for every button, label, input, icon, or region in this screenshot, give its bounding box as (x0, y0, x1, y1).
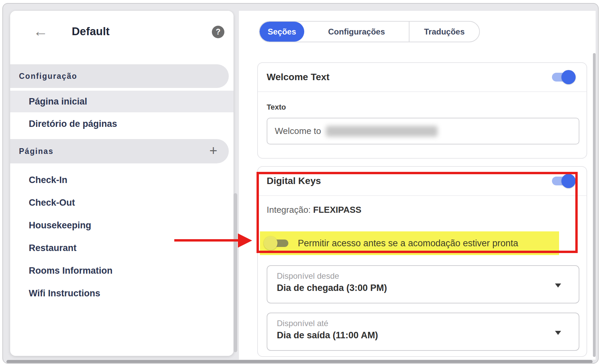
dropdown-label: Disponível desde (277, 271, 339, 281)
dropdown-value: Dia de chegada (3:00 PM) (277, 283, 387, 293)
sidebar-item-check-out[interactable]: Check-Out (10, 192, 234, 213)
sidebar-section-label: Configuração (19, 72, 77, 81)
tab-bar: Seções Configurações Traduções (259, 21, 480, 42)
chevron-down-icon (555, 331, 561, 335)
welcome-text-title: Welcome Text (267, 72, 330, 83)
sidebar-item-housekeeping[interactable]: Housekeeping (10, 214, 234, 236)
tab-traducoes[interactable]: Traduções (409, 22, 479, 42)
sidebar-scrollbar[interactable] (234, 193, 237, 352)
sidebar-section-configuracao: Configuração (10, 64, 229, 88)
dropdown-label: Disponível até (277, 319, 328, 328)
sidebar-item-label: Wifi Instructions (29, 288, 100, 299)
sidebar-item-rooms-information[interactable]: Rooms Information (10, 260, 234, 281)
sidebar-title: Default (72, 25, 110, 38)
integration-label: Integração: (267, 205, 311, 215)
integration-value: FLEXIPASS (313, 205, 361, 215)
early-access-toggle[interactable] (265, 240, 288, 247)
welcome-text-input[interactable]: Welcome to (267, 118, 579, 144)
main-scrollbar[interactable] (593, 53, 596, 357)
welcome-text-header: Welcome Text (258, 63, 586, 92)
toggle-knob (561, 174, 576, 188)
digital-keys-header: Digital Keys (258, 167, 586, 196)
main-panel: Seções Configurações Traduções Welcome T… (239, 11, 596, 360)
early-access-label: Permitir acesso antes se a acomodação es… (298, 238, 518, 249)
available-until-dropdown[interactable]: Disponível até Dia de saída (11:00 AM) (267, 313, 579, 351)
sidebar-item-label: Housekeeping (29, 220, 91, 231)
sidebar-section-label: Páginas (19, 147, 53, 156)
texto-field-label: Texto (267, 103, 286, 112)
plus-icon[interactable]: + (209, 144, 217, 157)
back-arrow-icon[interactable]: ← (33, 24, 48, 39)
redacted-text (326, 126, 438, 137)
digital-keys-toggle[interactable] (552, 177, 574, 185)
annotation-arrow (174, 239, 239, 242)
sidebar-item-label: Check-In (29, 175, 67, 185)
toggle-knob (561, 70, 576, 84)
sidebar-item-label: Restaurant (29, 243, 76, 253)
tab-configuracoes[interactable]: Configurações (304, 22, 409, 42)
digital-keys-title: Digital Keys (267, 176, 321, 186)
help-icon[interactable]: ? (212, 26, 224, 38)
chevron-down-icon (555, 283, 561, 288)
screenshot-stage: ← Default ? Configuração Página inicial … (0, 0, 599, 364)
sidebar-item-wifi-instructions[interactable]: Wifi Instructions (10, 282, 234, 304)
available-from-dropdown[interactable]: Disponível desde Dia de chegada (3:00 PM… (267, 265, 579, 303)
digital-keys-card: Digital Keys Integração: FLEXIPASS Permi… (257, 166, 587, 357)
annotation-arrow-head-icon (238, 233, 252, 248)
welcome-text-card: Welcome Text Texto Welcome to (257, 62, 587, 159)
toggle-knob (264, 236, 278, 250)
dropdown-value: Dia de saída (11:00 AM) (277, 330, 378, 341)
sidebar-item-label: Check-Out (29, 198, 75, 208)
sidebar-item-label: Página inicial (29, 96, 87, 107)
sidebar-item-label: Rooms Information (29, 266, 113, 276)
integration-row: Integração: FLEXIPASS (267, 205, 361, 215)
sidebar-item-label: Diretório de páginas (29, 119, 117, 129)
sidebar-item-check-in[interactable]: Check-In (10, 169, 234, 191)
welcome-text-value: Welcome to (275, 126, 321, 136)
sidebar-section-paginas: Páginas + (10, 139, 229, 163)
sidebar: ← Default ? Configuração Página inicial … (10, 11, 234, 356)
app-window: ← Default ? Configuração Página inicial … (2, 3, 599, 364)
welcome-text-toggle[interactable] (552, 73, 574, 82)
horizontal-scrollbar[interactable] (6, 360, 593, 363)
sidebar-item-diretorio-de-paginas[interactable]: Diretório de páginas (10, 113, 234, 135)
tab-secoes[interactable]: Seções (260, 22, 304, 42)
sidebar-item-pagina-inicial[interactable]: Página inicial (10, 91, 234, 112)
early-access-highlight-row: Permitir acesso antes se a acomodação es… (260, 231, 559, 255)
